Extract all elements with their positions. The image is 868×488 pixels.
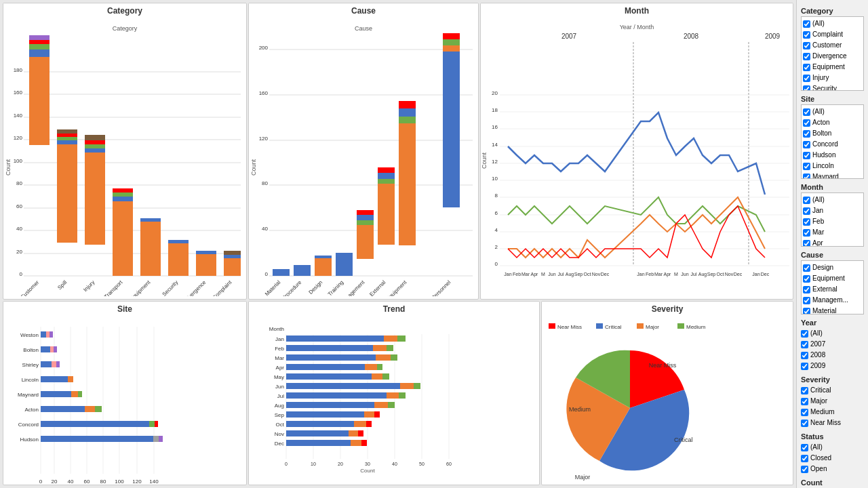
svg-rect-192 [41,406,85,412]
sidebar-cause-list[interactable]: Design Equipment External Managem... Mat… [801,260,864,314]
sidebar-year-all[interactable]: (All) [801,328,864,339]
svg-text:Spill: Spill [56,279,68,291]
sidebar-cause-management[interactable]: Managem... [803,295,862,306]
sidebar-cat-all[interactable]: (All) [803,18,862,29]
sidebar-site-lincoln[interactable]: Lincoln [803,161,862,171]
svg-rect-234 [286,345,373,351]
svg-rect-38 [113,192,133,197]
svg-rect-277 [677,323,684,329]
svg-text:Nov: Nov [725,272,734,277]
svg-rect-250 [387,392,399,399]
svg-text:120: 120 [132,479,142,485]
sidebar-sev-nearmiss[interactable]: Near Miss [801,418,864,428]
sidebar-cat-divergence[interactable]: Divergence [803,51,862,62]
sidebar-month-all[interactable]: (All) [803,195,862,205]
sidebar-site-all[interactable]: (All) [803,106,862,117]
svg-rect-194 [95,406,102,412]
svg-rect-91 [443,33,460,39]
sidebar-sev-medium[interactable]: Medium [801,407,864,418]
trend-svg: Month Jan Feb Mar Apr May Jun Jul Aug Se… [249,317,539,485]
sidebar-cause-title: Cause [801,251,864,259]
svg-text:180: 180 [14,67,23,73]
sidebar-site-maynard[interactable]: Maynard [803,171,862,179]
svg-rect-186 [68,376,73,382]
sidebar-month-mar[interactable]: Mar [803,227,862,238]
svg-rect-255 [286,411,364,418]
sidebar-year-2008[interactable]: 2008 [801,350,864,361]
sidebar-status-closed[interactable]: Closed [801,453,864,464]
svg-text:Sep: Sep [707,272,716,277]
svg-rect-240 [286,364,365,370]
svg-text:Complaint: Complaint [212,279,233,296]
svg-text:200: 200 [259,45,269,51]
svg-rect-253 [374,402,388,408]
svg-text:Jun: Jun [548,272,555,277]
sidebar-cat-complaint[interactable]: Complaint [803,29,862,40]
svg-rect-30 [57,129,77,134]
sidebar-cause-equipment[interactable]: Equipment [803,273,862,284]
svg-text:80: 80 [262,180,268,186]
sidebar-cat-equipment[interactable]: Equipment [803,62,862,73]
sidebar-sev-critical[interactable]: Critical [801,385,864,396]
sidebar-category-title: Category [801,7,864,15]
sidebar-cat-injury[interactable]: Injury [803,73,862,83]
svg-rect-40 [140,222,161,276]
sidebar-year-2007[interactable]: 2007 [801,339,864,350]
svg-text:Jul: Jul [558,272,564,277]
sidebar-site-bolton[interactable]: Bolton [803,128,862,139]
svg-text:Sep: Sep [574,272,583,277]
sidebar-site-hudson[interactable]: Hudson [803,150,862,161]
svg-text:Count: Count [115,485,130,485]
sidebar-site-concord[interactable]: Concord [803,139,862,150]
sidebar-status-open[interactable]: Open [801,464,864,474]
svg-rect-237 [286,354,376,361]
svg-rect-83 [378,167,395,173]
sidebar-cause-design[interactable]: Design [803,262,862,273]
sidebar-category-list[interactable]: (All) Complaint Customer Divergence Equi… [801,16,864,91]
sidebar-cause-material[interactable]: Material [803,306,862,314]
svg-text:16: 16 [492,124,498,130]
svg-text:160: 160 [14,89,23,96]
svg-rect-29 [57,134,77,137]
svg-text:Customer: Customer [20,279,41,296]
svg-text:Acton: Acton [25,407,39,413]
svg-text:100: 100 [115,479,124,485]
sidebar-status-all[interactable]: (All) [801,442,864,453]
sidebar-month-feb[interactable]: Feb [803,216,862,227]
svg-rect-76 [357,225,374,259]
sidebar-month-apr[interactable]: Apr [803,238,862,247]
sidebar-sev-major[interactable]: Major [801,396,864,407]
svg-rect-242 [377,364,382,370]
svg-text:Nov: Nov [275,431,284,437]
svg-rect-35 [85,135,105,140]
svg-text:0: 0 [39,479,43,485]
sidebar-cat-customer[interactable]: Customer [803,40,862,51]
sidebar-month-list[interactable]: (All) Jan Feb Mar Apr May Jun Jul Aug Se… [801,192,864,247]
svg-text:Count: Count [481,152,488,169]
severity-svg: Near Miss Medium Critical Major Near Mis… [542,317,718,485]
svg-text:Training: Training [327,279,345,296]
sidebar-site-title: Site [801,95,864,103]
svg-rect-32 [85,148,105,152]
svg-rect-36 [113,201,133,276]
svg-text:20: 20 [16,249,22,255]
svg-text:10: 10 [492,176,498,182]
svg-rect-201 [153,436,159,442]
svg-text:May: May [274,374,284,380]
svg-text:60: 60 [446,462,452,466]
svg-text:Oct: Oct [717,272,724,277]
svg-rect-173 [41,331,46,338]
sidebar-year-2009[interactable]: 2009 [801,361,864,371]
sidebar-site-list[interactable]: (All) Acton Bolton Concord Hudson Lincol… [801,104,864,179]
category-chart: Category Category 0 20 40 60 80 100 120 … [3,3,247,300]
sidebar-cause-external[interactable]: External [803,284,862,295]
svg-rect-86 [399,108,416,117]
sidebar-site-acton[interactable]: Acton [803,117,862,128]
svg-rect-183 [56,361,60,367]
svg-text:Sep: Sep [275,412,285,418]
svg-rect-41 [140,218,161,222]
sidebar-month-jan[interactable]: Jan [803,205,862,216]
sidebar-cat-security[interactable]: Security [803,83,862,91]
svg-rect-42 [168,243,189,276]
svg-rect-43 [168,240,189,243]
